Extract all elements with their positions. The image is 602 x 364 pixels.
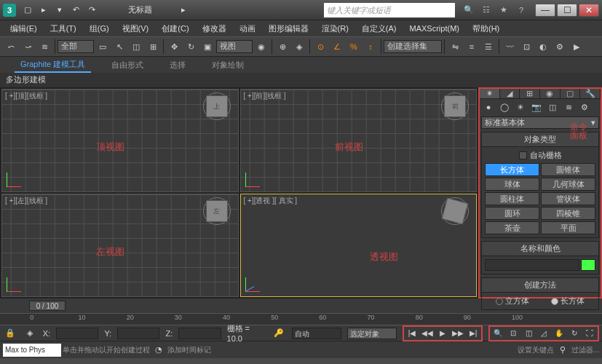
key-icon[interactable]: 🔑	[272, 327, 286, 340]
app-icon[interactable]: 3	[3, 4, 16, 17]
pyramid-button[interactable]: 四棱锥	[541, 207, 595, 220]
geometry-icon[interactable]: ●	[481, 100, 496, 114]
tube-button[interactable]: 管状体	[541, 192, 595, 205]
select-arrow-icon[interactable]: ↖	[111, 39, 127, 55]
move-icon[interactable]: ✥	[166, 39, 182, 55]
select-region-icon[interactable]: ◫	[128, 39, 144, 55]
ribbon-freeform[interactable]: 自由形式	[106, 58, 149, 72]
bind-icon[interactable]: ≋	[36, 39, 52, 55]
ref-coord[interactable]: 视图	[216, 40, 253, 53]
search-input[interactable]: 键入关键字或短语	[324, 3, 455, 17]
search-icon[interactable]: 🔍	[461, 4, 477, 17]
motion-tab-icon[interactable]: ◉	[540, 89, 561, 98]
menu-customize[interactable]: 自定义(A)	[356, 22, 403, 36]
scale-icon[interactable]: ▣	[199, 39, 215, 55]
coord-x-input[interactable]	[56, 328, 98, 339]
ribbon-paint[interactable]: 对象绘制	[206, 58, 250, 72]
redo-icon[interactable]: ↷	[84, 4, 99, 17]
curve-editor-icon[interactable]: 〰	[502, 39, 518, 55]
material-icon[interactable]: ◐	[535, 39, 551, 55]
ribbon-graphite[interactable]: Graphite 建模工具	[15, 58, 91, 73]
hierarchy-tab-icon[interactable]: ⊞	[520, 89, 540, 98]
setkey-button[interactable]: 设置关键点	[518, 345, 554, 355]
save-icon[interactable]: ▾	[52, 4, 67, 17]
unlink-icon[interactable]: ⤻	[20, 39, 36, 55]
fov-icon[interactable]: ◿	[536, 328, 551, 339]
plane-button[interactable]: 平面	[541, 221, 595, 234]
prev-frame-icon[interactable]: ◀◀	[420, 328, 435, 339]
viewcube-icon[interactable]: 左	[206, 200, 228, 222]
radio-box[interactable]: 长方体	[551, 296, 585, 306]
link-icon[interactable]: ⤺	[3, 39, 19, 55]
sphere-button[interactable]: 球体	[485, 178, 539, 191]
menu-maxscript[interactable]: MAXScript(M)	[404, 23, 465, 34]
schematic-icon[interactable]: ⊡	[518, 39, 534, 55]
menu-animation[interactable]: 动画	[234, 22, 261, 36]
cameras-icon[interactable]: 📷	[529, 100, 544, 114]
keyfilters-icon[interactable]: ⚲	[555, 344, 570, 357]
helpers-icon[interactable]: ◫	[545, 100, 560, 114]
named-selection[interactable]: 创建选择集	[384, 40, 442, 53]
menu-edit[interactable]: 编辑(E)	[4, 22, 43, 36]
comm-icon[interactable]: ☷	[478, 4, 494, 17]
menu-render[interactable]: 渲染(R)	[316, 22, 355, 36]
selection-filter[interactable]: 全部	[58, 40, 94, 53]
menu-group[interactable]: 组(G)	[84, 22, 115, 36]
snap-icon[interactable]: ⊙	[312, 39, 328, 55]
geosphere-button[interactable]: 几何球体	[541, 178, 595, 191]
keyfilter-dropdown[interactable]: 选定对象	[347, 328, 397, 339]
cone-button[interactable]: 圆锥体	[541, 163, 595, 176]
pan-icon[interactable]: ✋	[552, 328, 566, 339]
coord-z-input[interactable]	[178, 328, 221, 339]
filters-button[interactable]: 过滤器...	[571, 345, 599, 355]
undo-icon[interactable]: ↶	[68, 4, 83, 17]
menu-grapheditor[interactable]: 图形编辑器	[263, 22, 314, 36]
autogrid-checkbox[interactable]: 自动栅格	[485, 150, 595, 161]
time-thumb[interactable]: 0 / 100	[29, 301, 66, 311]
shapes-icon[interactable]: ◯	[497, 100, 512, 114]
display-tab-icon[interactable]: ▢	[561, 89, 581, 98]
rollout-createmethod[interactable]: 创建方法	[482, 278, 598, 293]
torus-button[interactable]: 圆环	[485, 207, 539, 220]
vp-label[interactable]: [ +][左][线框 ]	[5, 196, 47, 206]
menu-view[interactable]: 视图(V)	[116, 22, 155, 36]
color-swatch[interactable]	[581, 259, 595, 271]
maximize-vp-icon[interactable]: ⛶	[582, 328, 597, 339]
select-icon[interactable]: ▭	[95, 39, 111, 55]
spinner-snap-icon[interactable]: ↕	[363, 39, 379, 55]
align-icon[interactable]: ≡	[464, 39, 480, 55]
modify-tab-icon[interactable]: ◢	[500, 89, 520, 98]
utilities-tab-icon[interactable]: 🔧	[580, 89, 601, 98]
keymode-icon[interactable]: ◈	[291, 39, 307, 55]
menu-create[interactable]: 创建(C)	[156, 22, 194, 36]
ribbon-sub[interactable]: 多边形建模	[0, 73, 602, 87]
isolate-icon[interactable]: ◈	[23, 327, 36, 340]
teapot-button[interactable]: 茶壶	[485, 221, 539, 234]
goto-start-icon[interactable]: |◀	[405, 328, 419, 339]
menu-tools[interactable]: 工具(T)	[44, 22, 82, 36]
rollout-namecolor[interactable]: 名称和颜色	[482, 242, 598, 256]
percent-snap-icon[interactable]: %	[346, 39, 362, 55]
timetag-label[interactable]: 添加时间标记	[167, 345, 211, 355]
spacewarps-icon[interactable]: ≋	[561, 100, 576, 114]
pivot-icon[interactable]: ◉	[253, 39, 269, 55]
menu-modifiers[interactable]: 修改器	[197, 22, 232, 36]
object-name-input[interactable]	[485, 259, 579, 271]
render-icon[interactable]: ▶	[569, 39, 585, 55]
coord-y-input[interactable]	[117, 328, 159, 339]
next-frame-icon[interactable]: ▶▶	[451, 328, 465, 339]
timetag-icon[interactable]: ◔	[151, 344, 166, 357]
viewcube-icon[interactable]: 上	[206, 95, 228, 117]
script-listener[interactable]: Max to Phys	[3, 344, 61, 357]
angle-snap-icon[interactable]: ∠	[329, 39, 345, 55]
create-tab-icon[interactable]: ✷	[480, 89, 500, 98]
vp-label[interactable]: [ +][顶][线框 ]	[5, 91, 47, 101]
viewport-top[interactable]: [ +][顶][线框 ] 上 顶视图	[1, 89, 239, 192]
radio-cube[interactable]: 立方体	[496, 296, 529, 306]
menu-help[interactable]: 帮助(H)	[467, 22, 505, 36]
help-icon[interactable]: ?	[513, 4, 529, 17]
viewcube-icon[interactable]: 前	[444, 95, 466, 117]
zoom-extents-icon[interactable]: ◫	[521, 328, 536, 339]
zoom-icon[interactable]: 🔍	[491, 328, 505, 339]
cylinder-button[interactable]: 圆柱体	[485, 192, 539, 205]
